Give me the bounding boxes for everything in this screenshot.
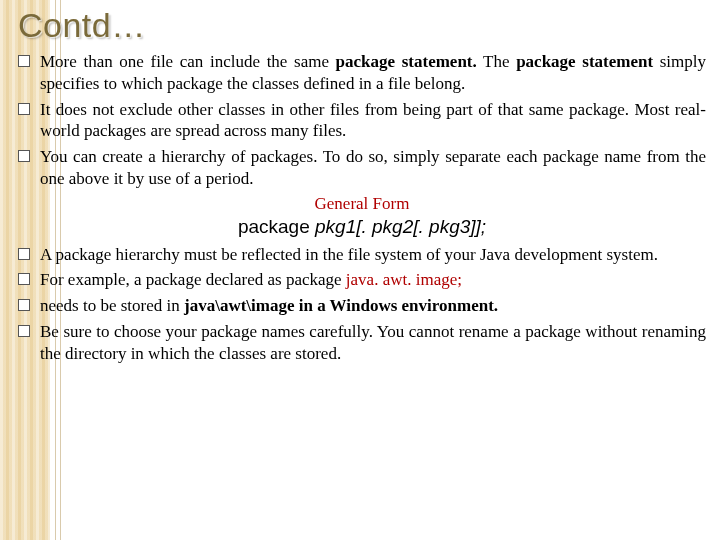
- package-syntax-line: package pkg1[. pkg2[. pkg3]];: [18, 216, 706, 238]
- package-args: pkg1[. pkg2[. pkg3]];: [315, 216, 486, 237]
- list-item: It does not exclude other classes in oth…: [40, 99, 706, 143]
- package-keyword: package: [238, 216, 310, 237]
- list-item: Be sure to choose your package names car…: [40, 321, 706, 365]
- general-form-label: General Form: [18, 194, 706, 214]
- list-item: needs to be stored in java\awt\image in …: [40, 295, 706, 317]
- list-item: More than one file can include the same …: [40, 51, 706, 95]
- list-item: A package hierarchy must be reflected in…: [40, 244, 706, 266]
- list-item: For example, a package declared as packa…: [40, 269, 706, 291]
- bullet-list-top: More than one file can include the same …: [18, 51, 706, 190]
- slide-content: Contd… More than one file can include th…: [0, 0, 720, 364]
- slide-title: Contd…: [18, 6, 706, 45]
- list-item: You can create a hierarchy of packages. …: [40, 146, 706, 190]
- bullet-list-bottom: A package hierarchy must be reflected in…: [18, 244, 706, 365]
